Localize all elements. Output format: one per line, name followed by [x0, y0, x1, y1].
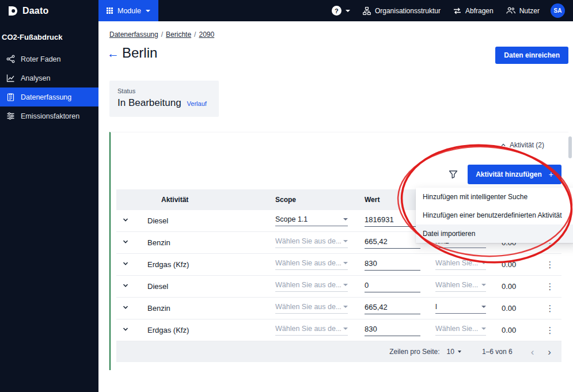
module-menu-button[interactable]: Module	[98, 0, 158, 21]
sidebar-item-analysen[interactable]: Analysen	[0, 68, 98, 87]
daten-einreichen-button[interactable]: Daten einreichen	[495, 47, 568, 64]
chevron-down-icon	[343, 218, 348, 220]
sliders-icon	[6, 112, 15, 120]
rows-per-page-select[interactable]: 10	[447, 348, 461, 356]
swap-arrows-icon	[453, 7, 461, 14]
chevron-down-icon	[481, 262, 486, 264]
row-menu-icon[interactable]: ⋮	[546, 260, 555, 269]
scope-select[interactable]: Wählen Sie aus de...	[275, 237, 348, 248]
scope-select[interactable]: Wählen Sie aus de...	[275, 303, 348, 314]
sidebar-item-label: Emissionsfaktoren	[21, 112, 79, 120]
co2e-value: 0.00	[502, 282, 538, 291]
wert-input[interactable]: 665,42	[365, 237, 420, 249]
scope-select[interactable]: Wählen Sie aus de...	[275, 259, 348, 270]
scope-select[interactable]: Wählen Sie aus de...	[275, 325, 348, 336]
wert-input[interactable]: 830	[365, 259, 420, 271]
sidebar-title: CO2-Fußabdruck	[2, 33, 98, 41]
wert-input[interactable]: 665,42	[365, 303, 420, 314]
wert-input[interactable]: 1816931	[365, 215, 420, 227]
chevron-up-icon	[500, 142, 506, 148]
row-menu-icon[interactable]: ⋮	[546, 303, 555, 313]
menu-item-import-file[interactable]: Datei importieren	[416, 224, 573, 243]
filter-button[interactable]	[449, 170, 458, 179]
breadcrumb-separator: /	[161, 31, 163, 39]
expand-row-icon[interactable]	[122, 216, 129, 223]
wert-input[interactable]: 0	[365, 281, 420, 292]
co2e-value: 0.00	[502, 304, 538, 313]
nav-abfragen[interactable]: Abfragen	[447, 0, 500, 21]
chevron-down-icon	[481, 306, 486, 308]
table-row: Diesel Wählen Sie aus de... 0 Wählen Sie…	[116, 276, 561, 298]
einheit-select[interactable]: Wählen Sie...	[435, 281, 486, 292]
nav-label: Organisationsstruktur	[375, 7, 441, 15]
prev-page-icon[interactable]: ‹	[531, 347, 534, 357]
co2e-value: 0.00	[502, 326, 538, 334]
funnel-icon	[449, 170, 458, 179]
topbar: Daato Module ? Organisationsstruktur Abf…	[0, 0, 573, 21]
activity-panel: Aktivität (2) Aktivität hinzufügen + Akt…	[109, 132, 568, 370]
einheit-select[interactable]: Wählen Sie...	[435, 325, 486, 336]
line-chart-icon	[6, 74, 15, 82]
activity-name: Diesel	[142, 216, 275, 225]
users-icon	[506, 7, 515, 14]
panel-header: Aktivität (2) Aktivität hinzufügen +	[116, 132, 561, 189]
chevron-down-icon	[346, 10, 350, 12]
co2e-value: 0.00	[502, 260, 538, 269]
expand-row-icon[interactable]	[122, 238, 129, 245]
verlauf-link[interactable]: Verlauf	[187, 100, 207, 107]
user-avatar[interactable]: SA	[551, 3, 565, 18]
chevron-down-icon	[343, 328, 348, 330]
page-title: Berlin	[122, 45, 157, 61]
add-activity-label: Aktivität hinzufügen	[476, 170, 542, 178]
einheit-select[interactable]: l	[435, 303, 486, 314]
breadcrumb-link-datenerfassung[interactable]: Datenerfassung	[109, 31, 158, 39]
thread-icon	[6, 55, 15, 63]
chevron-down-icon	[343, 306, 348, 308]
nav-organisationsstruktur[interactable]: Organisationsstruktur	[356, 0, 447, 21]
row-menu-icon[interactable]: ⋮	[546, 325, 555, 335]
help-icon: ?	[332, 6, 341, 16]
nav-label: Abfragen	[465, 7, 494, 15]
chevron-down-icon	[343, 284, 348, 286]
activity-section-toggle[interactable]: Aktivität (2)	[500, 141, 544, 149]
sidebar-item-emissionsfaktoren[interactable]: Emissionsfaktoren	[0, 106, 98, 125]
sidebar-item-label: Roter Faden	[21, 55, 60, 63]
clipboard-icon	[6, 93, 15, 101]
menu-item-intelligent-search[interactable]: Hinzufügen mit intelligenter Suche	[416, 188, 573, 206]
scope-select[interactable]: Scope 1.1	[275, 215, 348, 226]
daato-logo[interactable]: Daato	[0, 0, 98, 21]
back-arrow-icon[interactable]: ←	[107, 47, 119, 59]
scrollbar-thumb[interactable]	[568, 136, 572, 158]
header-scope: Scope	[275, 196, 365, 204]
breadcrumb-link-2090[interactable]: 2090	[199, 31, 214, 39]
activity-name: Erdgas (Kfz)	[142, 260, 275, 269]
chevron-down-icon	[343, 262, 348, 264]
activity-count-label: Aktivität (2)	[510, 141, 544, 149]
chevron-down-icon	[458, 351, 461, 353]
breadcrumb-link-berichte[interactable]: Berichte	[166, 31, 191, 39]
module-label: Module	[117, 7, 141, 15]
wert-input[interactable]: 830	[365, 325, 420, 336]
expand-row-icon[interactable]	[122, 260, 129, 267]
sidebar-item-datenerfassung[interactable]: Datenerfassung	[0, 87, 98, 106]
scope-select[interactable]: Wählen Sie aus de...	[275, 281, 348, 292]
expand-row-icon[interactable]	[122, 304, 129, 311]
einheit-select[interactable]: Wählen Sie...	[435, 259, 486, 270]
table-row: Erdgas (Kfz) Wählen Sie aus de... 830 Wä…	[116, 254, 561, 276]
nav-label: Nutzer	[519, 7, 540, 15]
row-menu-icon[interactable]: ⋮	[546, 281, 555, 291]
menu-item-custom-activity[interactable]: Hinzufügen einer benutzerdefinierten Akt…	[416, 206, 573, 224]
pagination-range: 1–6 von 6	[482, 348, 513, 356]
nav-nutzer[interactable]: Nutzer	[500, 0, 546, 21]
add-activity-button[interactable]: Aktivität hinzufügen +	[468, 165, 561, 184]
header-aktivitaet: Aktivität	[142, 196, 275, 204]
help-menu[interactable]: ?	[325, 0, 356, 21]
expand-row-icon[interactable]	[122, 282, 129, 289]
grid-icon	[107, 7, 113, 14]
sidebar-item-roter-faden[interactable]: Roter Faden	[0, 50, 98, 68]
next-page-icon[interactable]: ›	[548, 347, 551, 357]
status-label: Status	[117, 87, 211, 94]
status-card: Status In Bearbeitung Verlauf	[109, 81, 219, 117]
sidebar: CO2-Fußabdruck Roter Faden Analysen Date…	[0, 21, 98, 392]
expand-row-icon[interactable]	[122, 326, 129, 333]
